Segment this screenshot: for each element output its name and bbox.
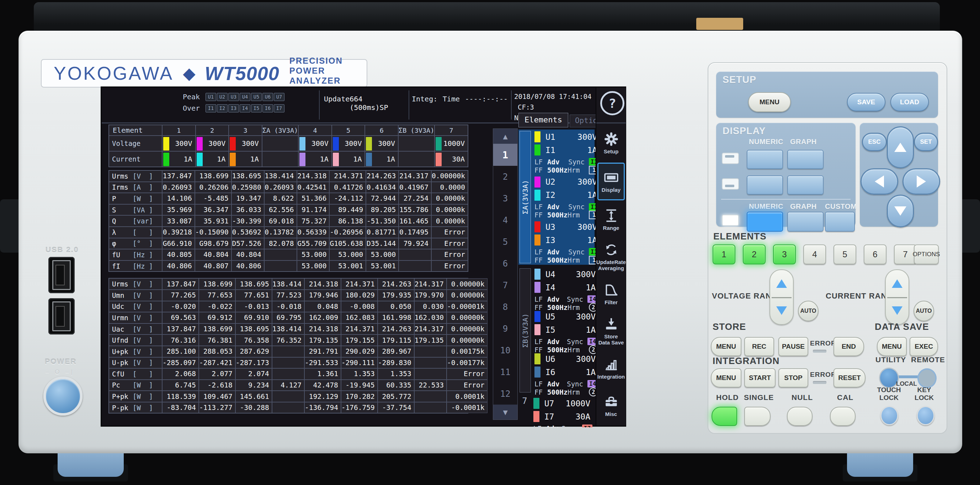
update-rate-icon (604, 242, 619, 257)
page-8[interactable]: 8 (493, 296, 517, 318)
measurement-value: 82.078 (264, 238, 297, 249)
page-2[interactable]: 2 (493, 166, 517, 188)
element-item-u3[interactable]: U3300VI31ALFAdvSyncI1FF500HzHrm1 (531, 220, 601, 265)
help-icon[interactable]: ? (600, 91, 624, 115)
measurement-value: 40.804 (231, 249, 264, 260)
full-numeric-button[interactable] (747, 212, 783, 231)
page-5[interactable]: 5 (493, 231, 517, 253)
measurement-value: 35.969 (162, 204, 195, 215)
page-10[interactable]: 10 (493, 340, 517, 361)
lf-value: Adv (546, 424, 562, 428)
store-menu-button[interactable]: MENU (711, 337, 741, 356)
sidebar-item-filter[interactable]: Filter (597, 276, 625, 312)
page-7[interactable]: 7 (493, 274, 517, 296)
display-graph-upper-button[interactable] (787, 150, 824, 169)
integration-start-button[interactable]: START (744, 368, 776, 388)
sidebar-item-display[interactable]: Display (597, 163, 625, 201)
esc-button[interactable]: ESC (862, 133, 887, 151)
element-item-u5[interactable]: U5300VI51ALFAdvSyncI4FF500HzHrm2 (531, 309, 600, 351)
sidebar-item-store[interactable]: StoreData Save (597, 313, 625, 349)
remote-button[interactable] (917, 368, 937, 388)
display-graph-lower-button[interactable] (787, 175, 824, 195)
sidebar-item-integration[interactable]: Integration (597, 351, 625, 386)
brand-company: YOKOGAWA (54, 63, 173, 84)
arrow-up-button[interactable] (887, 126, 914, 168)
sync-label: Sync (562, 424, 582, 428)
element-options-button[interactable]: OPTIONS (914, 244, 939, 264)
arrow-down-button[interactable] (887, 195, 914, 227)
page-6[interactable]: 6 (493, 253, 517, 274)
element-button-1[interactable]: 1 (713, 244, 735, 264)
set-button[interactable]: SET (914, 133, 938, 151)
lf-label: LF (535, 158, 547, 166)
page-up-icon[interactable]: ▲ (493, 129, 517, 144)
sidebar-item-misc[interactable]: Misc (597, 388, 625, 424)
setup-load-button[interactable]: LOAD (890, 93, 929, 112)
element-button-6[interactable]: 6 (864, 244, 886, 264)
element-button-2[interactable]: 2 (743, 244, 765, 264)
integration-menu-button[interactable]: MENU (711, 368, 741, 388)
setup-save-button[interactable]: SAVE (847, 93, 885, 112)
page-4[interactable]: 4 (493, 209, 517, 231)
store-end-button[interactable]: END (834, 337, 864, 356)
sidebar-item-setup[interactable]: Setup (597, 125, 625, 161)
peak-indicator-u4: U4 (240, 93, 250, 101)
peak-i-row: I1I2I3I4I5I6I7 (205, 104, 285, 112)
integration-stop-button[interactable]: STOP (778, 368, 808, 388)
data-save-menu-button[interactable]: MENU (877, 337, 907, 356)
element-button-4[interactable]: 4 (803, 244, 826, 264)
measurement-value: 27.254 (399, 193, 431, 204)
page-1[interactable]: 1 (493, 144, 517, 166)
measurement-value: 6.745 (162, 380, 199, 391)
current-range-up-button[interactable] (886, 270, 908, 297)
element-item-u6[interactable]: U6300VI61ALFAdvSyncI4FF500HzHrm2 (531, 351, 600, 394)
display-numeric-lower-button[interactable] (747, 175, 783, 195)
usb-port-1[interactable] (48, 257, 75, 293)
display-numeric-upper-button[interactable] (747, 150, 783, 169)
right-handle (959, 199, 980, 253)
element-color-chip (197, 153, 203, 166)
voltage-auto-button[interactable]: AUTO (798, 301, 819, 321)
store-pause-button[interactable]: PAUSE (778, 337, 808, 356)
element-item-u1[interactable]: U1300VI11ALFAdvSyncI1FF500HzHrm1 (531, 129, 601, 175)
sidebar-item-range[interactable]: Range (597, 202, 625, 238)
arrow-left-button[interactable] (861, 168, 898, 195)
usb-port-2[interactable] (48, 298, 75, 335)
page-down-icon[interactable]: ▼ (493, 405, 517, 420)
current-auto-button[interactable]: AUTO (913, 301, 934, 321)
element-button-3[interactable]: 3 (773, 244, 796, 264)
null-button[interactable] (787, 407, 813, 426)
element-button-5[interactable]: 5 (834, 244, 856, 264)
voltage-range-down-button[interactable] (770, 297, 793, 324)
split-screen-top-icon (722, 153, 739, 164)
touch-lock-button[interactable] (880, 406, 898, 425)
voltage-range-up-button[interactable] (770, 270, 793, 297)
measurement-label: P[W ] (109, 193, 162, 204)
store-rec-button[interactable]: REC (744, 337, 774, 356)
single-button[interactable] (744, 407, 770, 426)
key-lock-button[interactable] (917, 406, 934, 425)
full-graph-button[interactable] (787, 212, 824, 231)
measurement-value: 22.533 (414, 380, 447, 391)
arrow-right-button[interactable] (902, 168, 940, 195)
measurement-value: 75.327 (297, 215, 329, 227)
sidebar-items: SetupDisplayRangeUpdateRateAveragingFilt… (596, 124, 626, 424)
page-3[interactable]: 3 (493, 188, 517, 209)
page-9[interactable]: 9 (493, 318, 517, 340)
setup-menu-button[interactable]: MENU (748, 92, 791, 112)
tab-elements[interactable]: Elements (519, 113, 568, 128)
element-item-u4[interactable]: U4300VI41ALFAdvSyncI4FF500HzHrm2 (531, 267, 600, 309)
measurement-value: -0.00001k (447, 301, 487, 313)
data-save-exec-button[interactable]: EXEC (910, 337, 938, 356)
page-12[interactable]: 12 (493, 383, 517, 405)
integration-reset-button[interactable]: RESET (834, 368, 865, 388)
page-11[interactable]: 11 (493, 361, 517, 383)
sidebar-item-updaterate[interactable]: UpdateRateAveraging (597, 239, 625, 275)
hold-button[interactable] (711, 407, 737, 426)
power-button[interactable] (43, 377, 83, 416)
current-range-down-button[interactable] (886, 297, 908, 324)
element-item-u7[interactable]: U71000VI730ALFAdvSyncI7FFOFFHrm1 (531, 396, 595, 428)
element-item-u2[interactable]: U2300VI21ALFAdvSyncI1FF500HzHrm1 (531, 175, 601, 220)
full-custom-button[interactable] (825, 212, 855, 231)
cal-button[interactable] (830, 407, 856, 426)
